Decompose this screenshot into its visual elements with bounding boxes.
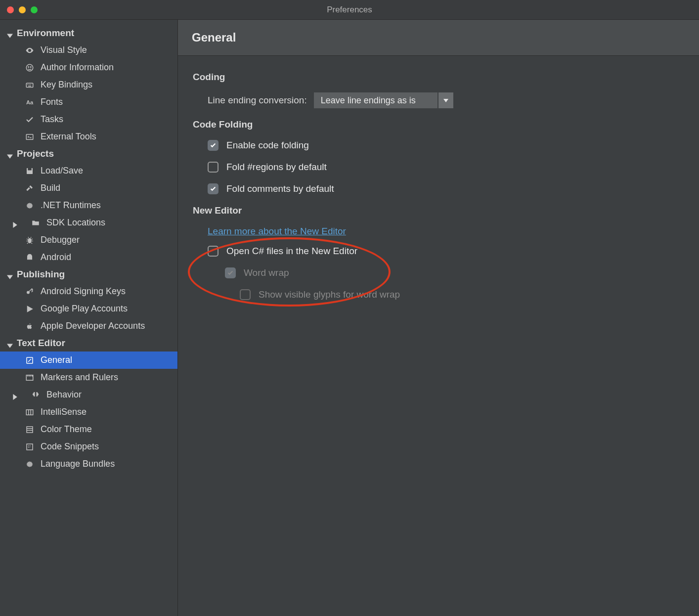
titlebar: Preferences [0, 0, 699, 20]
section-coding-title: Coding [193, 72, 684, 83]
folder-icon [31, 218, 41, 228]
snippet-icon [25, 442, 35, 452]
sidebar-item-label: Apple Developer Accounts [41, 321, 145, 331]
section-new-editor-title: New Editor [193, 205, 684, 216]
disclosure-right-icon [12, 220, 18, 226]
play-icon [25, 304, 35, 314]
sidebar-group-environment[interactable]: Environment [0, 25, 177, 42]
sidebar-group-text-editor[interactable]: Text Editor [0, 335, 177, 352]
sidebar-item-label: Code Snippets [41, 441, 99, 452]
gear-icon [25, 459, 35, 469]
sidebar-item-label: .NET Runtimes [41, 200, 101, 211]
sidebar-item-author-information[interactable]: Author Information [0, 59, 177, 76]
show-glyphs-checkbox [240, 289, 251, 300]
sidebar-item-label: Google Play Accounts [41, 304, 128, 314]
chevron-down-icon [438, 92, 453, 108]
sidebar-item-visual-style[interactable]: Visual Style [0, 42, 177, 59]
svg-rect-5 [29, 84, 30, 85]
group-label: Publishing [17, 269, 65, 280]
svg-rect-16 [27, 427, 33, 433]
sidebar-item-external-tools[interactable]: External Tools [0, 128, 177, 145]
svg-rect-3 [26, 83, 33, 87]
smiley-icon [25, 63, 35, 73]
sidebar-item-sdk-locations[interactable]: SDK Locations [0, 214, 177, 231]
sidebar-item-label: Language Bundles [41, 459, 115, 469]
sidebar-item-label: Author Information [41, 62, 114, 73]
sidebar-item-label: Android [41, 252, 71, 263]
sidebar-item-load-save[interactable]: Load/Save [0, 162, 177, 179]
show-glyphs-label: Show visible glyphs for word wrap [259, 289, 400, 300]
palette-icon [25, 425, 35, 435]
open-csharp-new-editor-checkbox[interactable] [208, 246, 218, 257]
svg-point-12 [27, 291, 30, 294]
gear-icon [25, 201, 35, 211]
svg-point-11 [28, 238, 32, 243]
line-ending-label: Line ending conversion: [208, 95, 307, 106]
learn-more-link[interactable]: Learn more about the New Editor [208, 226, 346, 237]
keyboard-icon [25, 80, 35, 90]
line-ending-value: Leave line endings as is [314, 92, 437, 108]
key-icon [25, 287, 35, 297]
eye-icon [25, 45, 35, 55]
sidebar-item-google-play-accounts[interactable]: Google Play Accounts [0, 300, 177, 317]
sidebar-item-fonts[interactable]: Aa Fonts [0, 93, 177, 111]
panel-title: General [178, 20, 699, 56]
fold-comments-checkbox[interactable] [208, 183, 218, 194]
sidebar-item-net-runtimes[interactable]: .NET Runtimes [0, 197, 177, 214]
sidebar-group-projects[interactable]: Projects [0, 145, 177, 162]
group-label: Projects [17, 148, 54, 159]
sidebar-item-android-signing-keys[interactable]: Android Signing Keys [0, 283, 177, 300]
pencil-icon [25, 355, 35, 365]
sidebar-item-label: Build [41, 183, 60, 193]
fold-regions-checkbox[interactable] [208, 162, 218, 173]
word-wrap-checkbox [225, 267, 236, 278]
sidebar-item-code-snippets[interactable]: Code Snippets [0, 438, 177, 455]
sidebar-item-label: Load/Save [41, 166, 83, 176]
sidebar-item-language-bundles[interactable]: Language Bundles [0, 455, 177, 473]
brain-icon [31, 390, 41, 400]
group-label: Text Editor [17, 338, 65, 349]
sidebar-item-android[interactable]: Android [0, 249, 177, 266]
sidebar-item-build[interactable]: Build [0, 179, 177, 197]
word-wrap-label: Word wrap [244, 267, 289, 278]
sidebar-item-behavior[interactable]: Behavior [0, 386, 177, 403]
preferences-panel: General Coding Line ending conversion: L… [178, 20, 699, 616]
sidebar-item-label: Key Bindings [41, 80, 92, 90]
sidebar-item-apple-developer-accounts[interactable]: Apple Developer Accounts [0, 317, 177, 335]
columns-icon [25, 407, 35, 417]
window-title: Preferences [0, 5, 699, 15]
hammer-icon [25, 183, 35, 193]
sidebar-item-label: Fonts [41, 97, 63, 107]
sidebar-item-label: Debugger [41, 235, 80, 245]
disclosure-down-icon [7, 151, 13, 157]
svg-rect-10 [28, 168, 32, 171]
line-ending-select[interactable]: Leave line endings as is [314, 92, 453, 108]
sidebar-item-general[interactable]: General [0, 352, 177, 369]
ruler-icon [25, 373, 35, 383]
disk-icon [25, 166, 35, 176]
svg-rect-15 [26, 409, 33, 415]
disclosure-right-icon [12, 392, 18, 398]
sidebar-item-label: Tasks [41, 114, 63, 125]
sidebar-item-label: Android Signing Keys [41, 286, 126, 297]
sidebar-item-markers-rulers[interactable]: Markers and Rulers [0, 369, 177, 386]
sidebar-item-label: Visual Style [41, 45, 87, 55]
fold-regions-label: Fold #regions by default [226, 162, 327, 173]
group-label: Environment [17, 28, 74, 39]
disclosure-down-icon [7, 30, 13, 36]
bug-icon [25, 235, 35, 245]
android-icon [25, 253, 35, 263]
sidebar-item-tasks[interactable]: Tasks [0, 111, 177, 128]
sidebar-item-color-theme[interactable]: Color Theme [0, 421, 177, 438]
svg-point-2 [31, 66, 32, 67]
disclosure-down-icon [7, 271, 13, 277]
enable-folding-checkbox[interactable] [208, 140, 218, 151]
disclosure-down-icon [7, 340, 13, 346]
sidebar-item-debugger[interactable]: Debugger [0, 231, 177, 249]
sidebar-item-key-bindings[interactable]: Key Bindings [0, 76, 177, 93]
svg-rect-8 [26, 134, 33, 139]
sidebar-item-intellisense[interactable]: IntelliSense [0, 403, 177, 421]
sidebar-item-label: IntelliSense [41, 407, 87, 417]
fonts-icon: Aa [25, 97, 35, 107]
sidebar-group-publishing[interactable]: Publishing [0, 266, 177, 283]
